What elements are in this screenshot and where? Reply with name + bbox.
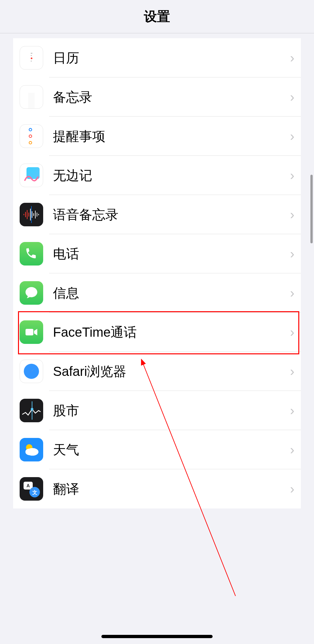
item-label: FaceTime通话 xyxy=(53,323,290,341)
item-label: 信息 xyxy=(53,284,290,302)
svg-rect-0 xyxy=(24,214,24,215)
settings-item-voicememo[interactable]: 语音备忘录 › xyxy=(13,195,301,234)
item-label: 股市 xyxy=(53,402,290,420)
header: 设置 xyxy=(0,0,314,33)
item-label: 日历 xyxy=(53,49,290,67)
chevron-right-icon: › xyxy=(290,247,294,261)
settings-list: 日历 › 备忘录 › 提醒事项 › xyxy=(13,38,301,508)
settings-item-safari[interactable]: Safari浏览器 › xyxy=(13,352,301,391)
svg-rect-11 xyxy=(26,329,33,335)
weather-icon xyxy=(20,438,43,461)
svg-rect-8 xyxy=(37,213,37,217)
settings-item-phone[interactable]: 电话 › xyxy=(13,234,301,273)
settings-item-notes[interactable]: 备忘录 › xyxy=(13,77,301,117)
settings-item-calendar[interactable]: 日历 › xyxy=(13,38,301,77)
home-indicator[interactable] xyxy=(101,635,213,638)
svg-rect-4 xyxy=(30,209,31,220)
item-label: Safari浏览器 xyxy=(53,362,290,380)
page-title: 设置 xyxy=(144,8,170,25)
settings-item-translate[interactable]: A 文 翻译 › xyxy=(13,469,301,508)
svg-point-18 xyxy=(26,449,33,455)
svg-rect-3 xyxy=(28,213,29,217)
item-label: 语音备忘录 xyxy=(53,206,290,224)
settings-item-reminders[interactable]: 提醒事项 › xyxy=(13,117,301,156)
chevron-right-icon: › xyxy=(290,286,294,300)
chevron-right-icon: › xyxy=(290,90,294,105)
calendar-icon xyxy=(20,46,43,70)
item-label: 备忘录 xyxy=(53,88,290,106)
item-label: 无边记 xyxy=(53,167,290,185)
svg-text:文: 文 xyxy=(32,490,37,495)
chevron-right-icon: › xyxy=(290,51,294,65)
item-label: 天气 xyxy=(53,441,290,459)
svg-rect-1 xyxy=(25,212,26,217)
safari-icon xyxy=(20,360,43,383)
item-label: 翻译 xyxy=(53,480,290,498)
scrollbar-thumb[interactable] xyxy=(310,175,313,243)
settings-list-container: 日历 › 备忘录 › 提醒事项 › xyxy=(0,38,314,508)
phone-icon xyxy=(20,242,43,266)
item-label: 电话 xyxy=(53,245,290,263)
chevron-right-icon: › xyxy=(290,403,294,418)
chevron-right-icon: › xyxy=(290,168,294,183)
chevron-right-icon: › xyxy=(290,325,294,340)
chevron-right-icon: › xyxy=(290,129,294,144)
settings-item-freeform[interactable]: 无边记 › xyxy=(13,156,301,195)
facetime-icon xyxy=(20,320,43,344)
translate-icon: A 文 xyxy=(20,477,43,501)
item-label: 提醒事项 xyxy=(53,127,290,145)
freeform-icon xyxy=(20,164,43,187)
settings-item-weather[interactable]: 天气 › xyxy=(13,430,301,469)
reminders-icon xyxy=(20,124,43,148)
svg-rect-6 xyxy=(33,213,34,216)
settings-item-stocks[interactable]: 股市 › xyxy=(13,391,301,430)
svg-rect-9 xyxy=(38,214,39,215)
svg-text:A: A xyxy=(26,483,30,488)
stocks-icon xyxy=(20,399,43,422)
settings-item-facetime[interactable]: FaceTime通话 › xyxy=(13,313,301,352)
svg-rect-2 xyxy=(27,210,27,219)
chevron-right-icon: › xyxy=(290,364,294,379)
chevron-right-icon: › xyxy=(290,207,294,222)
settings-item-messages[interactable]: 信息 › xyxy=(13,273,301,313)
messages-icon xyxy=(20,281,43,305)
notes-icon xyxy=(20,85,43,109)
svg-point-15 xyxy=(31,408,33,411)
voicememo-icon xyxy=(20,203,43,226)
svg-rect-7 xyxy=(35,211,36,218)
svg-rect-5 xyxy=(32,211,32,218)
chevron-right-icon: › xyxy=(290,443,294,457)
chevron-right-icon: › xyxy=(290,482,294,496)
